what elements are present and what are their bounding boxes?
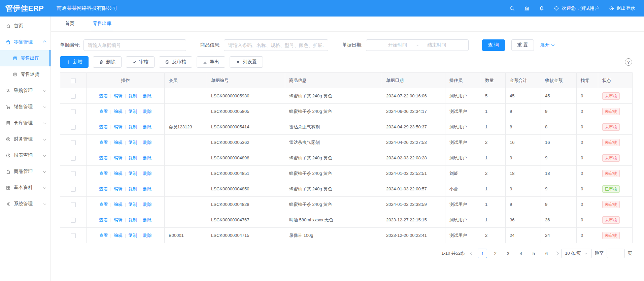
row-action-delete[interactable]: 删除 [143, 109, 152, 114]
row-checkbox[interactable] [71, 202, 76, 207]
add-button[interactable]: 新增 [60, 56, 89, 68]
page-button-5[interactable]: 5 [529, 249, 538, 258]
page-button-1[interactable]: 1 [478, 249, 487, 258]
row-checkbox[interactable] [71, 171, 76, 176]
row-checkbox[interactable] [71, 125, 76, 130]
row-action-edit[interactable]: 编辑 [114, 217, 123, 222]
cell-amount: 16 [506, 135, 541, 150]
sidebar-item-basic-data[interactable]: 基本资料 [0, 180, 50, 196]
export-button[interactable]: 导出 [197, 56, 225, 68]
row-action-copy[interactable]: 复制 [128, 140, 137, 145]
row-action-copy[interactable]: 复制 [128, 171, 137, 176]
page-size-select[interactable]: 10 条/页 [561, 249, 592, 258]
row-action-edit[interactable]: 编辑 [114, 233, 123, 238]
row-action-delete[interactable]: 删除 [143, 186, 152, 191]
sidebar-item-goods[interactable]: 商品管理 [0, 163, 50, 180]
sidebar-item-retail-return[interactable]: 零售退货 [0, 66, 50, 83]
row-action-edit[interactable]: 编辑 [114, 140, 123, 145]
row-checkbox[interactable] [71, 233, 76, 238]
row-action-edit[interactable]: 编辑 [114, 186, 123, 191]
row-action-view[interactable]: 查看 [99, 109, 108, 114]
row-action-view[interactable]: 查看 [99, 140, 108, 145]
row-action-copy[interactable]: 复制 [128, 124, 137, 129]
page-button-4[interactable]: 4 [516, 249, 526, 258]
prev-page-icon[interactable] [470, 251, 474, 255]
delete-button[interactable]: 删除 [93, 56, 122, 68]
row-checkbox[interactable] [71, 156, 76, 161]
row-action-delete[interactable]: 删除 [143, 140, 152, 145]
product-info-input[interactable] [224, 39, 328, 51]
sidebar-item-sales[interactable]: 销售管理 [0, 99, 50, 115]
search-icon[interactable] [509, 6, 515, 11]
action-separator: | [110, 155, 111, 160]
row-checkbox[interactable] [71, 94, 76, 99]
sidebar-item-reports[interactable]: 报表查询 [0, 147, 50, 163]
row-action-view[interactable]: 查看 [99, 186, 108, 191]
sidebar-item-retail[interactable]: 零售管理 [0, 34, 50, 50]
page-button-6[interactable]: 6 [542, 249, 551, 258]
sidebar-item-system[interactable]: 系统管理 [0, 196, 50, 212]
page-button-2[interactable]: 2 [490, 249, 500, 258]
row-action-edit[interactable]: 编辑 [114, 124, 123, 129]
row-action-copy[interactable]: 复制 [128, 233, 137, 238]
row-action-view[interactable]: 查看 [99, 217, 108, 222]
jump-page-input[interactable] [607, 249, 625, 258]
row-action-view[interactable]: 查看 [99, 124, 108, 129]
row-action-copy[interactable]: 复制 [128, 186, 137, 191]
unaudit-button[interactable]: 反审核 [159, 56, 192, 68]
row-checkbox[interactable] [71, 187, 76, 192]
row-actions-cell: 查看|编辑|复制|删除 [87, 228, 165, 243]
tab-retail-outbound[interactable]: 零售出库 [91, 17, 113, 31]
select-all-cell [60, 73, 87, 88]
column-settings-button[interactable]: 列设置 [230, 56, 263, 68]
row-action-view[interactable]: 查看 [99, 202, 108, 207]
search-button[interactable]: 查 询 [482, 39, 505, 51]
row-action-delete[interactable]: 删除 [143, 155, 152, 160]
row-action-view[interactable]: 查看 [99, 233, 108, 238]
row-action-copy[interactable]: 复制 [128, 217, 137, 222]
row-action-delete[interactable]: 删除 [143, 233, 152, 238]
row-action-view[interactable]: 查看 [99, 93, 108, 98]
page-button-3[interactable]: 3 [503, 249, 513, 258]
row-action-delete[interactable]: 删除 [143, 93, 152, 98]
row-action-edit[interactable]: 编辑 [114, 93, 123, 98]
reset-button[interactable]: 重 置 [511, 39, 534, 51]
date-range-input[interactable]: 开始时间 ~ 结束时间 [366, 39, 469, 51]
logout-icon [609, 6, 614, 11]
tab-home[interactable]: 首页 [64, 17, 76, 31]
sidebar-item-finance[interactable]: 财务管理 [0, 131, 50, 147]
cell-status: 未审核 [598, 166, 633, 181]
audit-button[interactable]: 审核 [126, 56, 155, 68]
row-action-view[interactable]: 查看 [99, 171, 108, 176]
row-action-edit[interactable]: 编辑 [114, 171, 123, 176]
row-action-delete[interactable]: 删除 [143, 217, 152, 222]
sidebar-item-retail-outbound[interactable]: 零售出库 [0, 50, 50, 66]
row-action-copy[interactable]: 复制 [128, 202, 137, 207]
select-all-checkbox[interactable] [71, 78, 76, 83]
row-action-copy[interactable]: 复制 [128, 155, 137, 160]
row-checkbox[interactable] [71, 109, 76, 114]
next-page-icon[interactable] [555, 251, 559, 255]
help-icon[interactable]: ? [625, 58, 632, 66]
row-action-delete[interactable]: 删除 [143, 171, 152, 176]
cell-date: 2024-06-06 23:34:17 [382, 104, 445, 119]
bank-icon[interactable] [524, 6, 530, 11]
row-action-copy[interactable]: 复制 [128, 93, 137, 98]
row-action-edit[interactable]: 编辑 [114, 155, 123, 160]
row-action-delete[interactable]: 删除 [143, 202, 152, 207]
bell-icon[interactable] [539, 6, 544, 11]
sidebar-item-purchase[interactable]: 采购管理 [0, 83, 50, 99]
row-checkbox[interactable] [71, 140, 76, 145]
sidebar-item-warehouse[interactable]: 仓库管理 [0, 115, 50, 131]
expand-toggle[interactable]: 展开 [540, 42, 555, 48]
row-action-copy[interactable]: 复制 [128, 109, 137, 114]
row-action-view[interactable]: 查看 [99, 155, 108, 160]
row-checkbox[interactable] [71, 218, 76, 223]
sidebar-item-home[interactable]: 首页 [0, 18, 50, 34]
user-welcome[interactable]: 欢迎您，测试用户 [554, 5, 599, 11]
bill-no-input[interactable] [83, 39, 186, 51]
row-action-edit[interactable]: 编辑 [114, 109, 123, 114]
row-action-edit[interactable]: 编辑 [114, 202, 123, 207]
logout-button[interactable]: 退出登录 [609, 5, 635, 11]
row-action-delete[interactable]: 删除 [143, 124, 152, 129]
